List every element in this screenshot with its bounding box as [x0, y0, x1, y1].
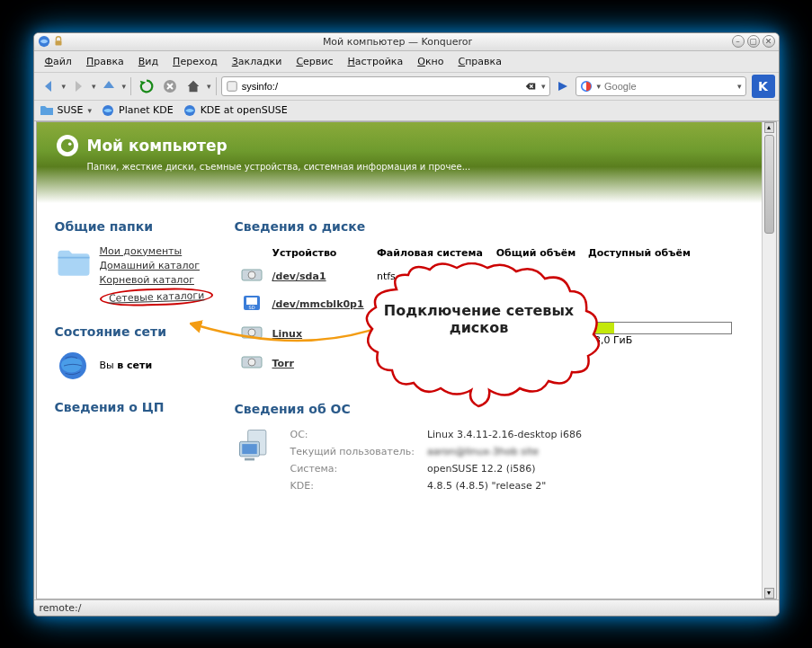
address-bar[interactable]: ▾: [221, 76, 550, 96]
os-row: Текущий пользователь:aaron@linux-3hob si…: [285, 444, 587, 459]
disk-avail: 13,0 ГиБ: [584, 319, 742, 349]
disk-icon: [240, 324, 263, 342]
search-bar[interactable]: ▾ ▾: [576, 76, 746, 96]
stop-button[interactable]: [159, 75, 181, 97]
disk-heading: Сведения о диске: [235, 219, 744, 234]
home-button[interactable]: [183, 75, 204, 97]
menu-ид[interactable]: Вид: [133, 54, 164, 69]
address-input[interactable]: [242, 81, 521, 92]
network-status: Вы в сети: [100, 360, 153, 371]
disk-col: Устройство: [269, 244, 371, 262]
go-button[interactable]: [552, 75, 574, 97]
menu-астройка[interactable]: Настройка: [343, 54, 409, 69]
folders-heading: Общие папки: [55, 219, 226, 234]
bookmark-2[interactable]: KDE at openSUSE: [183, 103, 288, 118]
minimize-button[interactable]: –: [732, 35, 745, 48]
lock-icon: [52, 35, 65, 48]
os-value: Linux 3.4.11-2.16-desktop i686: [422, 427, 587, 442]
cpu-heading: Сведения о ЦП: [55, 400, 226, 414]
os-row: Система:openSUSE 12.2 (i586): [285, 461, 587, 476]
os-label: ОС:: [285, 427, 420, 442]
close-button[interactable]: ✕: [763, 35, 775, 48]
os-value: 4.8.5 (4.8.5) "release 2": [422, 478, 587, 493]
reload-button[interactable]: [136, 75, 157, 97]
back-button[interactable]: [38, 75, 59, 97]
disk-avail: [584, 351, 742, 377]
disk-icon: SD: [240, 294, 263, 312]
disk-device-link[interactable]: /dev/sda1: [272, 271, 326, 282]
menu-айл[interactable]: Файл: [40, 54, 77, 69]
bookmarks-toolbar: SUSE▾Planet KDEKDE at openSUSE: [34, 101, 779, 121]
menubar: ФайлПравкаВидПереходЗакладкиСервисНастро…: [34, 51, 779, 73]
annotation-callout: Подключение сетевых дисков: [356, 262, 608, 413]
network-heading: Состояние сети: [55, 324, 226, 339]
os-info-table: ОС:Linux 3.4.11-2.16-desktop i686Текущий…: [283, 425, 589, 495]
svg-point-11: [248, 271, 255, 279]
menu-равка[interactable]: Правка: [81, 54, 129, 69]
disk-device-link[interactable]: Torr: [272, 358, 294, 369]
disk-icon: [240, 353, 263, 371]
konqueror-logo[interactable]: K: [752, 75, 775, 98]
svg-point-7: [60, 138, 73, 151]
clear-icon[interactable]: [524, 80, 537, 93]
search-input[interactable]: [604, 81, 733, 92]
scroll-up-button[interactable]: ▴: [764, 122, 774, 133]
menu-правка[interactable]: Справка: [452, 54, 506, 69]
maximize-button[interactable]: ▢: [747, 35, 760, 48]
disk-avail: [584, 263, 742, 289]
svg-point-18: [248, 359, 255, 366]
disk-device-link[interactable]: Linux: [272, 328, 303, 340]
folder-link-0[interactable]: Мои документы: [100, 245, 183, 257]
svg-rect-21: [242, 444, 257, 454]
os-value: openSUSE 12.2 (i586): [422, 461, 587, 476]
disk-col: Доступный объём: [584, 244, 742, 262]
chevron-down-icon[interactable]: ▾: [541, 82, 546, 91]
folder-icon: [55, 243, 93, 280]
page-banner: Мой компьютер Папки, жесткие диски, съем…: [37, 122, 762, 203]
statusbar: remote:/: [34, 599, 779, 616]
disk-col: Общий объём: [493, 244, 583, 262]
folder-link-network[interactable]: Сетевые каталоги: [108, 289, 204, 305]
page-content: Мой компьютер Папки, жесткие диски, съем…: [37, 122, 762, 599]
page-title: Мой компьютер: [87, 137, 228, 155]
bookmark-0[interactable]: SUSE▾: [40, 103, 93, 118]
menu-ервис[interactable]: Сервис: [290, 54, 338, 69]
chevron-down-icon[interactable]: ▾: [207, 82, 211, 91]
menu-ереход[interactable]: Переход: [167, 54, 223, 69]
svg-rect-1: [55, 40, 61, 45]
scroll-thumb[interactable]: [764, 135, 774, 234]
svg-point-16: [248, 329, 255, 336]
os-label: KDE:: [285, 478, 420, 493]
svg-rect-3: [227, 81, 236, 91]
forward-button[interactable]: [67, 75, 89, 97]
bookmark-1[interactable]: Planet KDE: [101, 103, 174, 118]
vertical-scrollbar[interactable]: ▴ ▾: [762, 122, 776, 599]
app-icon: [38, 35, 50, 48]
chevron-down-icon[interactable]: ▾: [92, 82, 96, 91]
svg-text:SD: SD: [248, 305, 254, 310]
menu-кно[interactable]: Окно: [412, 54, 449, 69]
svg-rect-22: [245, 457, 254, 460]
menu-акладки[interactable]: Закладки: [227, 54, 288, 69]
os-row: ОС:Linux 3.4.11-2.16-desktop i686: [285, 427, 587, 442]
folder-link-2[interactable]: Корневой каталог: [100, 274, 194, 286]
chevron-down-icon[interactable]: ▾: [62, 82, 67, 91]
chevron-down-icon[interactable]: ▾: [737, 82, 742, 91]
svg-rect-13: [246, 297, 257, 305]
window-title: Мой компьютер — Konqueror: [67, 36, 729, 48]
up-button[interactable]: [98, 75, 120, 97]
globe-icon: [55, 348, 91, 384]
chevron-down-icon[interactable]: ▾: [122, 82, 127, 91]
disk-device-link[interactable]: /dev/mmcblk0p1: [272, 298, 364, 310]
titlebar[interactable]: Мой компьютер — Konqueror – ▢ ✕: [34, 33, 779, 51]
disk-avail: [584, 291, 742, 317]
os-label: Система:: [285, 461, 420, 476]
scroll-down-button[interactable]: ▾: [764, 588, 774, 599]
chevron-down-icon[interactable]: ▾: [597, 82, 602, 91]
folder-link-1[interactable]: Домашний каталог: [100, 260, 201, 271]
location-icon: [226, 80, 238, 93]
page-subtitle: Папки, жесткие диски, съемные устройства…: [87, 162, 742, 172]
search-engine-icon[interactable]: [580, 80, 593, 93]
nav-toolbar: ▾ ▾ ▾ ▾ ▾ ▾ ▾ K: [34, 73, 779, 101]
os-label: Текущий пользователь:: [285, 444, 420, 459]
